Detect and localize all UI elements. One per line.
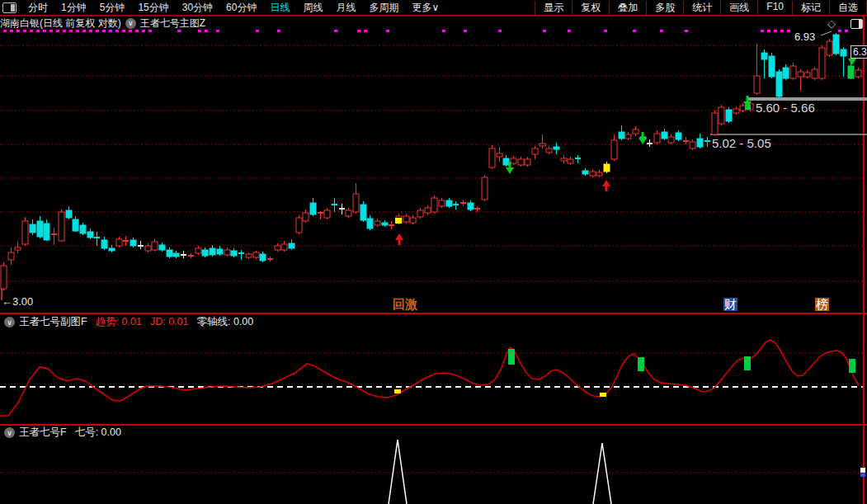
candle-up <box>353 194 359 212</box>
candle-up <box>224 250 230 255</box>
candle-up <box>690 142 695 148</box>
candle-up <box>375 221 380 225</box>
candle-down <box>848 66 854 78</box>
candle-up <box>633 130 638 134</box>
buy-arrow-icon <box>395 233 403 240</box>
candle-up <box>303 213 309 221</box>
signal-dot <box>198 30 201 32</box>
candle-up <box>59 212 64 241</box>
candle-down <box>87 232 93 238</box>
trend-signal-box <box>508 349 515 365</box>
candle-up <box>410 218 416 223</box>
price-label: 5.02 - 5.05 <box>712 136 771 150</box>
candle-up <box>561 158 567 161</box>
candle-up <box>425 208 431 213</box>
signal-dot <box>23 30 26 32</box>
signal-dot <box>357 30 360 32</box>
candle-up <box>804 73 810 77</box>
candle-up <box>596 172 602 176</box>
candle-down <box>130 240 136 246</box>
chart-canvas[interactable] <box>0 0 867 504</box>
candle-down <box>769 56 775 77</box>
candle-up <box>152 242 158 250</box>
sub2-header: ∨ 王者七号F 七号: 0.00 <box>0 426 121 440</box>
indicator-field-JD: JD: 0.01 <box>150 316 189 327</box>
price-label: 5.60 - 5.66 <box>756 101 815 115</box>
chevron-down-icon[interactable]: ∨ <box>4 317 15 327</box>
candle-down <box>260 254 266 261</box>
signal-dot <box>63 30 66 32</box>
indicator-field-趋势: 趋势: 0.01 <box>96 316 142 327</box>
signal-dot <box>10 30 13 32</box>
sub1-indicator-name[interactable]: 王者七号副图F <box>19 315 87 329</box>
sub2-indicator-name[interactable]: 王者七号F <box>19 426 67 440</box>
candle-down <box>761 53 767 59</box>
signal-dot <box>464 30 467 32</box>
trend-signal-box <box>744 356 751 370</box>
signal-dot <box>177 30 181 32</box>
sub1-values: 趋势: 0.01JD: 0.01零轴线: 0.00 <box>87 315 254 329</box>
candle-up <box>1 266 7 289</box>
watermark-text: 回激 <box>393 298 417 311</box>
signal-dot <box>102 30 106 32</box>
candle-up <box>668 137 674 143</box>
signal-dot <box>3 30 7 32</box>
signal-dot <box>774 30 777 32</box>
sell-arrow-icon <box>642 132 644 138</box>
label-pointer-line <box>821 31 832 35</box>
candle-up <box>740 106 746 111</box>
sell-arrow-icon <box>848 59 856 65</box>
candle-up <box>417 210 423 217</box>
signal-dot <box>633 30 636 32</box>
candle-down <box>503 158 509 165</box>
candle-up <box>196 248 201 253</box>
signal-dot <box>36 30 40 32</box>
signal-dot <box>69 30 73 32</box>
sell-arrow-icon <box>509 162 511 167</box>
signal-dot <box>56 30 59 32</box>
scroll-tick <box>860 468 865 473</box>
candle-down <box>360 205 366 220</box>
candle-up <box>8 252 14 260</box>
candle-up <box>590 172 596 176</box>
signal-spike <box>593 443 611 504</box>
signal-dot <box>142 30 145 32</box>
signal-dot <box>76 30 79 32</box>
candle-up <box>116 239 122 246</box>
candle-down <box>109 248 115 251</box>
candle-up <box>253 252 259 257</box>
candle-down <box>310 203 316 214</box>
candle-up <box>654 134 660 143</box>
signal-dot <box>96 30 99 32</box>
candle-down <box>210 248 215 255</box>
trend-signal-box <box>638 357 644 371</box>
sell-arrow-icon <box>506 167 514 174</box>
sub2-values: 七号: 0.00 <box>67 426 121 440</box>
buy-arrow-icon <box>605 186 608 191</box>
candle-up <box>482 177 488 200</box>
candle-down <box>367 219 373 228</box>
candle-up <box>525 159 530 165</box>
signal-dot <box>845 30 848 32</box>
signal-dot <box>767 30 770 32</box>
candle-up <box>546 148 552 153</box>
chevron-down-icon[interactable]: ∨ <box>4 427 15 438</box>
candle-down <box>66 210 72 218</box>
candle-up <box>246 254 252 257</box>
candle-down <box>776 72 782 97</box>
price-label: 6.93 <box>794 31 815 43</box>
candle-down <box>662 132 667 139</box>
candle-up <box>15 247 21 250</box>
signal-dot <box>135 30 139 32</box>
signal-dot <box>129 30 132 32</box>
candle-up <box>855 70 861 77</box>
candle-down <box>173 253 179 257</box>
signal-dot <box>334 30 337 32</box>
candle-down <box>582 171 588 174</box>
candle-up <box>754 76 760 93</box>
signal-dot <box>122 30 125 32</box>
signal-dot <box>148 30 152 32</box>
signal-dot <box>43 30 46 32</box>
candle-up <box>790 66 796 78</box>
candle-up <box>518 159 524 165</box>
